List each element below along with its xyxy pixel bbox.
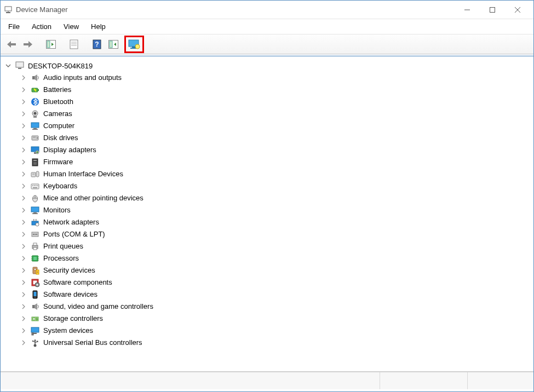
tree-item[interactable]: Ports (COM & LPT) bbox=[20, 228, 529, 240]
expander-right-icon[interactable] bbox=[20, 291, 27, 298]
expander-right-icon[interactable] bbox=[20, 267, 27, 274]
expander-right-icon[interactable] bbox=[20, 207, 27, 214]
expander-right-icon[interactable] bbox=[20, 339, 27, 346]
tree-item[interactable]: Software devices bbox=[20, 289, 529, 301]
tree-root-label: DESKTOP-504K819 bbox=[28, 62, 93, 70]
expander-right-icon[interactable] bbox=[20, 147, 27, 153]
expander-right-icon[interactable] bbox=[20, 111, 27, 117]
expander-down-icon[interactable] bbox=[5, 62, 12, 69]
tree-item[interactable]: Mice and other pointing devices bbox=[20, 192, 529, 204]
firmware-icon bbox=[30, 157, 40, 167]
maximize-button[interactable] bbox=[480, 2, 505, 18]
svg-rect-11 bbox=[70, 40, 78, 49]
tree-item-label: Security devices bbox=[43, 265, 95, 276]
expander-right-icon[interactable] bbox=[20, 255, 27, 262]
menu-view[interactable]: View bbox=[62, 21, 80, 32]
tree-item[interactable]: Network adapters bbox=[20, 216, 529, 228]
svg-point-22 bbox=[135, 44, 140, 49]
tree-item[interactable]: Disk drives bbox=[20, 132, 529, 144]
expander-right-icon[interactable] bbox=[20, 74, 27, 81]
tree-item-label: Software devices bbox=[43, 289, 97, 300]
svg-rect-1 bbox=[6, 12, 10, 13]
tree-item-label: Software components bbox=[43, 277, 112, 288]
expander-right-icon[interactable] bbox=[20, 183, 27, 189]
svg-rect-4 bbox=[490, 7, 495, 12]
monitor-icon bbox=[30, 205, 40, 215]
menu-file[interactable]: File bbox=[7, 21, 21, 32]
bluetooth-icon bbox=[30, 97, 40, 107]
statusbar bbox=[1, 372, 533, 389]
tree-item-label: Display adapters bbox=[43, 145, 96, 155]
expander-right-icon[interactable] bbox=[20, 87, 27, 93]
tree-item[interactable]: Monitors bbox=[20, 204, 529, 216]
statusbar-cell-1 bbox=[1, 372, 380, 389]
tree-item[interactable]: Sound, video and game controllers bbox=[20, 301, 529, 313]
titlebar: Device Manager bbox=[1, 1, 533, 19]
menu-help[interactable]: Help bbox=[90, 21, 107, 32]
expander-right-icon[interactable] bbox=[20, 243, 27, 250]
expander-right-icon[interactable] bbox=[20, 135, 27, 141]
show-hide-console-tree-button[interactable] bbox=[44, 38, 58, 51]
software-device-icon bbox=[30, 290, 40, 299]
menu-action[interactable]: Action bbox=[31, 21, 53, 32]
tree-item[interactable]: Cameras bbox=[20, 108, 529, 120]
expander-right-icon[interactable] bbox=[20, 219, 27, 226]
add-legacy-hardware-button-highlighted[interactable] bbox=[124, 36, 144, 53]
expander-right-icon[interactable] bbox=[20, 303, 27, 310]
tree-root-node[interactable]: DESKTOP-504K819 bbox=[5, 60, 529, 72]
forward-button[interactable] bbox=[21, 38, 35, 51]
tree-item[interactable]: Keyboards bbox=[20, 180, 529, 192]
expander-right-icon[interactable] bbox=[20, 99, 27, 105]
display-adapter-icon bbox=[30, 145, 40, 155]
network-icon bbox=[30, 217, 40, 227]
svg-text:?: ? bbox=[95, 41, 99, 48]
tree-item-label: Keyboards bbox=[43, 181, 77, 192]
tree-item[interactable]: Human Interface Devices bbox=[20, 168, 529, 180]
device-tree[interactable]: DESKTOP-504K819 Audio inputs and outputs… bbox=[1, 56, 533, 372]
tree-item[interactable]: Universal Serial Bus controllers bbox=[20, 337, 529, 349]
storage-controller-icon bbox=[30, 314, 40, 324]
expander-right-icon[interactable] bbox=[20, 327, 27, 334]
tree-item[interactable]: Display adapters bbox=[20, 144, 529, 156]
hid-icon bbox=[30, 169, 40, 179]
expander-right-icon[interactable] bbox=[20, 159, 27, 165]
tree-item[interactable]: Processors bbox=[20, 252, 529, 264]
expander-right-icon[interactable] bbox=[20, 195, 27, 201]
svg-rect-24 bbox=[18, 68, 21, 69]
close-button[interactable] bbox=[505, 2, 530, 18]
properties-button[interactable] bbox=[67, 38, 81, 51]
tree-item-label: Cameras bbox=[43, 108, 72, 119]
tree-item[interactable]: Software components bbox=[20, 276, 529, 289]
battery-icon bbox=[30, 85, 40, 95]
tree-item[interactable]: Batteries bbox=[20, 84, 529, 96]
help-button[interactable]: ? bbox=[90, 38, 104, 51]
minimize-button[interactable] bbox=[455, 2, 480, 18]
expander-right-icon[interactable] bbox=[20, 171, 27, 177]
back-button[interactable] bbox=[5, 38, 18, 51]
tree-item-label: Computer bbox=[43, 120, 74, 131]
computer-root-icon bbox=[15, 61, 25, 71]
expander-right-icon[interactable] bbox=[20, 231, 27, 238]
scan-hardware-button[interactable] bbox=[107, 38, 120, 51]
toolbar: ? bbox=[1, 34, 533, 54]
tree-item[interactable]: Bluetooth bbox=[20, 96, 529, 108]
expander-right-icon[interactable] bbox=[20, 315, 27, 322]
printer-icon bbox=[30, 241, 40, 251]
svg-rect-8 bbox=[24, 43, 28, 45]
tree-item[interactable]: Print queues bbox=[20, 240, 529, 252]
tree-item-label: Universal Serial Bus controllers bbox=[43, 337, 142, 348]
tree-item[interactable]: Audio inputs and outputs bbox=[20, 72, 529, 84]
expander-right-icon[interactable] bbox=[20, 279, 27, 286]
disk-icon bbox=[30, 133, 40, 143]
tree-item-label: Disk drives bbox=[43, 132, 78, 143]
tree-item[interactable]: System devices bbox=[20, 325, 529, 337]
expander-right-icon[interactable] bbox=[20, 123, 27, 129]
tree-item[interactable]: Firmware bbox=[20, 156, 529, 168]
tree-item[interactable]: Security devices bbox=[20, 264, 529, 276]
window-title: Device Manager bbox=[16, 5, 455, 14]
tree-item-label: Ports (COM & LPT) bbox=[43, 229, 105, 240]
svg-rect-0 bbox=[5, 7, 12, 11]
tree-item[interactable]: Storage controllers bbox=[20, 313, 529, 325]
camera-icon bbox=[30, 109, 40, 119]
tree-item[interactable]: Computer bbox=[20, 120, 529, 132]
